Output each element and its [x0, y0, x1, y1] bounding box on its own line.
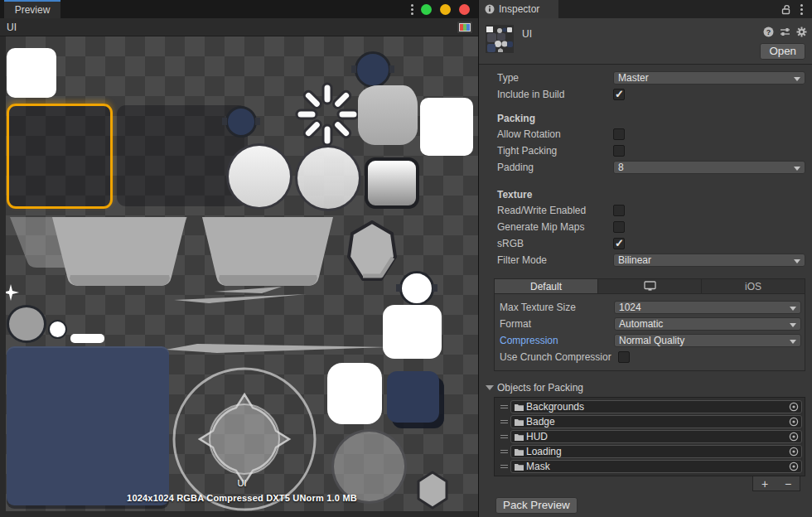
- folder-icon: [515, 463, 524, 471]
- sprite-shield: [346, 220, 399, 283]
- inspector-kebab-menu-icon[interactable]: [794, 0, 809, 18]
- row-read-write: Read/Write Enabled: [479, 202, 812, 219]
- sprite-sparkle: [6, 284, 19, 301]
- lock-open-icon[interactable]: [779, 0, 794, 18]
- compression-label: Compression: [500, 335, 614, 346]
- sprite-navy-square: [387, 371, 439, 423]
- drag-handle-icon[interactable]: [497, 465, 510, 468]
- tab-inspector[interactable]: Inspector: [479, 0, 558, 18]
- crunch-compression-label: Use Crunch Compressior: [500, 351, 618, 363]
- tab-platform-ios[interactable]: iOS: [702, 279, 805, 293]
- tab-platform-default[interactable]: Default: [495, 279, 598, 293]
- crunch-compression-checkbox[interactable]: [618, 351, 630, 363]
- folder-icon: [515, 418, 524, 426]
- window-button-green[interactable]: [421, 4, 432, 15]
- objects-for-packing-label: Objects for Packing: [497, 382, 583, 394]
- objects-for-packing-list: Backgrounds Badge HUD: [494, 397, 805, 476]
- object-field-hud[interactable]: HUD: [510, 430, 802, 443]
- object-picker-icon[interactable]: [789, 402, 799, 412]
- add-item-button[interactable]: +: [753, 476, 776, 490]
- format-label: Format: [500, 318, 614, 330]
- drag-handle-icon[interactable]: [497, 420, 510, 423]
- drag-handle-icon[interactable]: [497, 405, 510, 408]
- format-dropdown[interactable]: Automatic: [614, 317, 801, 331]
- window-traffic-lights: [418, 0, 478, 18]
- padding-dropdown[interactable]: 8: [613, 161, 805, 174]
- object-picker-icon[interactable]: [789, 461, 799, 471]
- packing-section-header: Packing: [479, 111, 812, 126]
- drag-handle-icon[interactable]: [497, 450, 510, 453]
- sprite-orange-selected-panel: [7, 104, 113, 209]
- folder-icon: [515, 403, 524, 411]
- row-format: Format Automatic: [495, 316, 805, 332]
- object-field-loading[interactable]: Loading: [510, 445, 802, 458]
- sprite-white-rect-1: [420, 98, 473, 156]
- read-write-checkbox[interactable]: [613, 205, 625, 216]
- include-in-build-checkbox[interactable]: [613, 89, 625, 100]
- preview-kebab-menu-icon[interactable]: [406, 0, 418, 18]
- allow-rotation-checkbox[interactable]: [613, 128, 625, 140]
- sprite-light-circle-2: [295, 145, 361, 211]
- svg-text:?: ?: [766, 28, 771, 36]
- object-picker-icon[interactable]: [789, 417, 799, 427]
- status-texture-info: 1024x1024 RGBA Compressed DXT5 UNorm 1.0…: [6, 493, 478, 503]
- max-texture-size-dropdown[interactable]: 1024: [614, 301, 801, 314]
- sprite-white-knob: [399, 271, 434, 306]
- list-item: Loading: [497, 444, 802, 459]
- inspector-object-title: UI: [522, 28, 532, 40]
- row-padding: Padding 8: [479, 159, 812, 176]
- sprite-thin-wedges: [174, 285, 307, 303]
- gear-icon[interactable]: [796, 27, 807, 37]
- rgb-channels-icon[interactable]: [457, 21, 473, 34]
- chevron-down-icon: [790, 307, 796, 311]
- window-button-yellow[interactable]: [440, 4, 451, 15]
- mipmaps-checkbox[interactable]: [613, 221, 625, 233]
- drag-handle-icon[interactable]: [497, 435, 510, 438]
- srgb-label: sRGB: [497, 238, 613, 249]
- object-picker-icon[interactable]: [789, 447, 799, 457]
- help-icon[interactable]: ?: [763, 27, 774, 37]
- atlas-texture: UI 1024x1024 RGBA Compressed DXT5 UNorm …: [6, 36, 478, 511]
- row-filter-mode: Filter Mode Bilinear: [479, 252, 812, 268]
- objects-for-packing-foldout[interactable]: Objects for Packing: [479, 381, 812, 394]
- presets-icon[interactable]: [780, 27, 790, 37]
- tab-strip-spacer: [60, 0, 406, 18]
- sprite-gradient-button: [365, 157, 419, 209]
- tight-packing-label: Tight Packing: [497, 145, 613, 157]
- pack-preview-button[interactable]: Pack Preview: [495, 497, 578, 514]
- filter-mode-label: Filter Mode: [497, 254, 613, 266]
- row-compression: Compression Normal Quality: [495, 332, 805, 349]
- texture-section-header: Texture: [479, 187, 812, 202]
- preview-toolbar: UI: [0, 18, 478, 36]
- object-field-mask[interactable]: Mask: [510, 460, 802, 473]
- srgb-checkbox[interactable]: [613, 238, 625, 249]
- folder-icon: [515, 433, 524, 441]
- foldout-triangle-icon: [486, 385, 494, 390]
- object-field-backgrounds[interactable]: Backgrounds: [510, 400, 802, 413]
- compression-dropdown[interactable]: Normal Quality: [614, 334, 801, 347]
- status-atlas-name: UI: [6, 478, 478, 488]
- object-field-badge[interactable]: Badge: [510, 415, 802, 428]
- sprite-light-circle-1: [226, 143, 292, 210]
- tight-packing-checkbox[interactable]: [613, 145, 625, 157]
- folder-icon: [515, 448, 524, 456]
- window-button-red[interactable]: [459, 4, 470, 15]
- remove-item-button[interactable]: −: [776, 476, 800, 490]
- filter-mode-dropdown[interactable]: Bilinear: [613, 254, 805, 267]
- sprite-white-rect-2: [383, 305, 442, 359]
- object-picker-icon[interactable]: [789, 432, 799, 442]
- list-item: Badge: [497, 414, 802, 429]
- sprite-basket-2: [199, 217, 336, 290]
- padding-label: Padding: [497, 162, 613, 173]
- sprite-gray-blob: [358, 85, 418, 145]
- inspector-tab-strip: Inspector: [479, 0, 812, 18]
- row-max-texture-size: Max Texture Size 1024: [495, 299, 805, 316]
- tab-preview[interactable]: Preview: [4, 0, 60, 18]
- sprite-white-pill: [70, 334, 104, 343]
- list-footer: + −: [479, 476, 800, 491]
- tab-platform-standalone[interactable]: [598, 279, 702, 293]
- platform-settings-box: Default iOS Max Texture Size 1024 Format…: [494, 278, 805, 371]
- list-item: Mask: [497, 459, 802, 474]
- type-dropdown[interactable]: Master: [613, 71, 805, 85]
- open-button[interactable]: Open: [760, 43, 805, 60]
